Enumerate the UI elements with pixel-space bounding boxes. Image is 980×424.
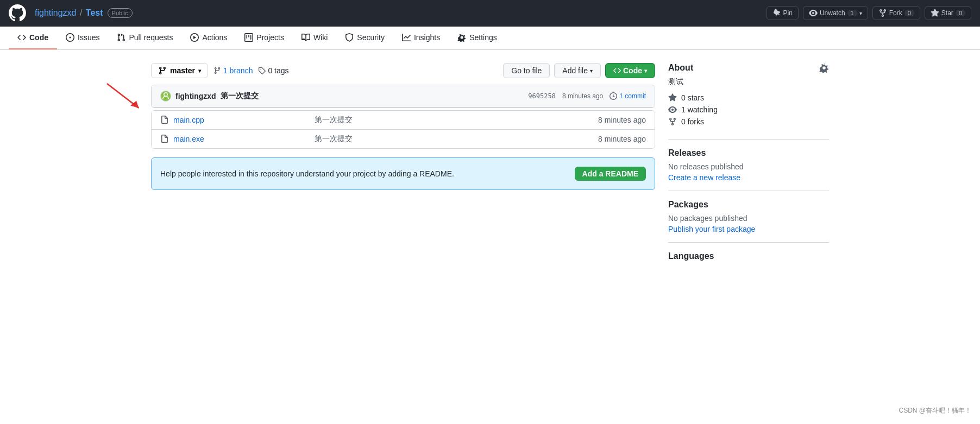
settings-icon	[457, 33, 466, 42]
owner-link[interactable]: fightingzxd	[35, 8, 77, 17]
goto-file-button[interactable]: Go to file	[503, 63, 550, 78]
tab-code[interactable]: Code	[9, 27, 57, 49]
tag-icon	[258, 67, 266, 74]
branch-count-icon	[213, 67, 221, 74]
author-avatar	[160, 91, 171, 102]
clock-icon	[610, 92, 617, 100]
unwatch-count: 1	[847, 10, 857, 16]
readme-banner: Help people interested in this repositor…	[151, 157, 655, 190]
tab-pr-label: Pull requests	[129, 33, 173, 42]
fork-stat-icon	[668, 117, 677, 126]
tag-label: tags	[274, 66, 288, 75]
tab-issues-label: Issues	[78, 33, 99, 42]
issue-icon	[66, 33, 74, 42]
commit-meta: 9695258 8 minutes ago 1 commit	[528, 92, 646, 100]
topbar: fightingzxd / Test Public Pin Unwatch 1 …	[0, 0, 980, 27]
gear-icon[interactable]	[819, 63, 829, 73]
tab-security-label: Security	[357, 33, 385, 42]
add-file-button[interactable]: Add file ▾	[554, 63, 601, 78]
no-releases-text: No releases published	[668, 162, 829, 171]
commit-author: fightingzxd 第一次提交	[160, 91, 259, 102]
pin-button[interactable]: Pin	[767, 6, 799, 20]
github-logo-icon	[9, 4, 26, 22]
fork-icon	[878, 9, 887, 17]
commit-count: 1 commit	[610, 92, 646, 100]
tab-pullrequests[interactable]: Pull requests	[108, 27, 181, 49]
packages-section: Packages No packages published Publish y…	[668, 200, 829, 233]
star-count: 0	[956, 10, 965, 16]
commit-author-name[interactable]: fightingzxd	[175, 92, 216, 100]
tab-settings-label: Settings	[469, 33, 497, 42]
pin-icon	[772, 9, 781, 17]
readme-banner-text: Help people interested in this repositor…	[160, 169, 454, 178]
branch-selector[interactable]: master ▾	[151, 63, 208, 78]
table-row: main.exe 第一次提交 8 minutes ago	[152, 130, 655, 148]
file-name-link[interactable]: main.exe	[173, 135, 315, 143]
tab-actions[interactable]: Actions	[181, 27, 236, 49]
fork-count: 0	[904, 10, 914, 16]
repo-files-container: fightingzxd 第一次提交 9695258 8 minutes ago …	[151, 85, 655, 149]
code-icon	[17, 33, 26, 42]
star-icon	[931, 9, 939, 17]
forks-stat: 0 forks	[668, 117, 829, 126]
tag-count-link[interactable]: 0 tags	[268, 66, 288, 75]
stars-stat: 0 stars	[668, 93, 829, 102]
visibility-badge: Public	[108, 8, 133, 18]
table-row: main.cpp 第一次提交 8 minutes ago	[152, 111, 655, 130]
file-name-link[interactable]: main.cpp	[173, 116, 315, 124]
commit-count-link[interactable]: 1 commit	[619, 92, 646, 100]
tab-insights[interactable]: Insights	[393, 27, 449, 49]
topbar-left: fightingzxd / Test Public	[9, 4, 133, 22]
star-label: Star	[941, 9, 953, 17]
tab-issues[interactable]: Issues	[57, 27, 108, 49]
code-dropdown-label: Code	[623, 66, 642, 75]
tab-actions-label: Actions	[202, 33, 227, 42]
eye-watch-icon	[668, 105, 677, 114]
code-dropdown-button[interactable]: Code ▾	[605, 63, 655, 78]
tag-info: 0 tags	[258, 66, 288, 75]
tab-wiki[interactable]: Wiki	[293, 27, 336, 49]
about-description: 测试	[668, 77, 829, 87]
languages-section: Languages	[668, 251, 829, 261]
file-list: main.cpp 第一次提交 8 minutes ago main.exe 第一…	[151, 110, 655, 149]
tab-security[interactable]: Security	[336, 27, 393, 49]
unwatch-button[interactable]: Unwatch 1 ▾	[803, 6, 868, 20]
tab-projects-label: Projects	[256, 33, 284, 42]
code-dropdown-icon	[613, 67, 621, 74]
branch-bar: master ▾ 1 branch 0 tags	[151, 63, 655, 78]
star-button[interactable]: Star 0	[925, 6, 971, 20]
sidebar: About 测试 0 stars 1 watching 0 forks	[668, 63, 829, 265]
svg-marker-1	[130, 101, 139, 109]
svg-line-0	[107, 84, 139, 108]
branch-count: 1	[223, 66, 228, 75]
about-title: About	[668, 63, 693, 73]
tab-settings[interactable]: Settings	[449, 27, 506, 49]
insights-icon	[402, 33, 411, 42]
eye-icon	[809, 9, 818, 17]
file-time: 8 minutes ago	[598, 135, 646, 143]
tab-projects[interactable]: Projects	[236, 27, 293, 49]
fork-button[interactable]: Fork 0	[872, 6, 920, 20]
commit-hash[interactable]: 9695258	[528, 92, 556, 100]
publish-package-link[interactable]: Publish your first package	[668, 225, 755, 233]
pin-label: Pin	[783, 9, 793, 17]
branch-bar-right: Go to file Add file ▾ Code ▾	[503, 63, 655, 78]
branch-count-label: branch	[230, 66, 253, 75]
commit-count-suffix: commit	[625, 92, 646, 100]
create-release-link[interactable]: Create a new release	[668, 173, 740, 182]
branch-name: master	[170, 66, 195, 75]
repo-content: master ▾ 1 branch 0 tags	[151, 63, 655, 265]
commit-count-num: 1	[619, 92, 623, 100]
tab-insights-label: Insights	[414, 33, 440, 42]
security-icon	[345, 33, 354, 42]
pr-icon	[117, 33, 125, 42]
repo-link[interactable]: Test	[86, 8, 103, 17]
branch-count-link[interactable]: 1 branch	[223, 66, 253, 75]
nav-tabs: Code Issues Pull requests Actions Projec…	[0, 27, 980, 50]
add-readme-button[interactable]: Add a README	[575, 167, 646, 181]
repo-breadcrumb: fightingzxd / Test	[35, 8, 103, 18]
sidebar-divider-1	[668, 139, 829, 140]
languages-title: Languages	[668, 251, 829, 261]
breadcrumb-separator: /	[80, 8, 85, 17]
unwatch-caret-icon: ▾	[859, 10, 862, 16]
